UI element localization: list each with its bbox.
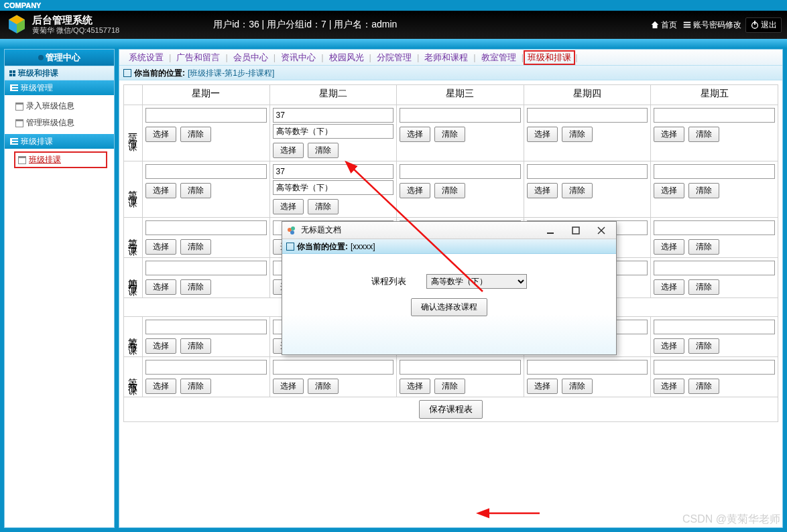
course-id-input[interactable] bbox=[273, 164, 394, 179]
nav-members[interactable]: 会员中心 bbox=[228, 52, 274, 64]
course-id-input[interactable] bbox=[145, 320, 267, 334]
course-id-input[interactable] bbox=[145, 108, 267, 123]
logout-button[interactable]: 退出 bbox=[745, 17, 782, 33]
course-id-input[interactable] bbox=[527, 164, 648, 179]
course-id-input[interactable] bbox=[273, 360, 394, 375]
sidebar-item-manage-class[interactable]: 管理班级信息 bbox=[14, 115, 114, 131]
clear-button[interactable]: 清除 bbox=[688, 183, 719, 198]
schedule-cell: 选择清除 bbox=[143, 105, 270, 161]
clear-button[interactable]: 清除 bbox=[180, 239, 211, 255]
course-id-input[interactable] bbox=[145, 360, 267, 375]
select-button[interactable]: 选择 bbox=[273, 199, 304, 214]
doc-icon bbox=[15, 103, 23, 111]
dialog-titlebar[interactable]: 无标题文档 bbox=[282, 222, 616, 239]
course-id-input[interactable] bbox=[654, 108, 775, 123]
schedule-cell: 选择清除 bbox=[651, 317, 778, 357]
course-id-input[interactable] bbox=[654, 320, 775, 334]
schedule-cell: 选择清除 bbox=[651, 105, 778, 161]
sidebar-group-schedule[interactable]: 班级排课 bbox=[5, 134, 114, 149]
select-button[interactable]: 选择 bbox=[527, 127, 558, 142]
nav-campus[interactable]: 校园风光 bbox=[324, 52, 369, 64]
select-button[interactable]: 选择 bbox=[145, 379, 176, 394]
course-id-input[interactable] bbox=[654, 164, 775, 179]
select-button[interactable]: 选择 bbox=[273, 379, 304, 394]
clear-button[interactable]: 清除 bbox=[308, 379, 339, 394]
course-id-input[interactable] bbox=[145, 261, 267, 275]
course-name-input[interactable] bbox=[273, 180, 394, 195]
clear-button[interactable]: 清除 bbox=[434, 127, 465, 142]
confirm-course-button[interactable]: 确认选择改课程 bbox=[411, 298, 487, 316]
clear-button[interactable]: 清除 bbox=[434, 379, 465, 394]
day-header: 星期四 bbox=[524, 85, 651, 105]
course-id-input[interactable] bbox=[400, 164, 521, 179]
schedule-cell: 选择清除 bbox=[143, 258, 270, 298]
bars-icon bbox=[10, 138, 18, 145]
clear-button[interactable]: 清除 bbox=[308, 143, 339, 158]
select-button[interactable]: 选择 bbox=[145, 127, 176, 142]
course-id-input[interactable] bbox=[654, 360, 775, 375]
clear-button[interactable]: 清除 bbox=[180, 379, 211, 394]
nav-news[interactable]: 资讯中心 bbox=[276, 52, 321, 64]
course-id-input[interactable] bbox=[654, 220, 775, 235]
select-button[interactable]: 选择 bbox=[527, 379, 558, 394]
close-button[interactable] bbox=[591, 223, 612, 238]
schedule-cell: 选择清除 bbox=[651, 161, 778, 218]
course-id-input[interactable] bbox=[527, 108, 648, 123]
clear-button[interactable]: 清除 bbox=[180, 338, 211, 354]
nav-teachers[interactable]: 老师和课程 bbox=[419, 52, 473, 64]
clear-button[interactable]: 清除 bbox=[434, 183, 465, 198]
course-id-input[interactable] bbox=[145, 164, 267, 179]
clear-button[interactable]: 清除 bbox=[688, 127, 719, 142]
clear-button[interactable]: 清除 bbox=[688, 338, 719, 354]
clear-button[interactable]: 清除 bbox=[688, 239, 719, 255]
course-id-input[interactable] bbox=[654, 261, 775, 275]
period-label: 第五节课 bbox=[124, 317, 143, 357]
course-id-input[interactable] bbox=[527, 360, 648, 375]
course-id-input[interactable] bbox=[400, 360, 521, 375]
select-button[interactable]: 选择 bbox=[527, 183, 558, 198]
course-name-input[interactable] bbox=[273, 124, 394, 139]
nav-branch[interactable]: 分院管理 bbox=[371, 52, 417, 64]
select-button[interactable]: 选择 bbox=[654, 338, 684, 354]
select-button[interactable]: 选择 bbox=[400, 379, 430, 394]
clear-button[interactable]: 清除 bbox=[562, 127, 593, 142]
sidebar-group-classes[interactable]: 班级管理 bbox=[5, 80, 114, 95]
nav-system[interactable]: 系统设置 bbox=[123, 52, 169, 64]
select-button[interactable]: 选择 bbox=[145, 183, 176, 198]
select-button[interactable]: 选择 bbox=[654, 127, 684, 142]
sidebar-item-schedule[interactable]: 班级排课 bbox=[14, 151, 107, 168]
clear-button[interactable]: 清除 bbox=[180, 183, 211, 198]
sidebar-item-create-class[interactable]: 录入班级信息 bbox=[14, 98, 114, 115]
home-link[interactable]: 首页 bbox=[649, 19, 678, 31]
clear-button[interactable]: 清除 bbox=[688, 279, 719, 295]
maximize-button[interactable] bbox=[565, 223, 587, 238]
nav-ads[interactable]: 广告和留言 bbox=[171, 52, 225, 64]
select-button[interactable]: 选择 bbox=[400, 183, 430, 198]
select-button[interactable]: 选择 bbox=[400, 127, 430, 142]
nav-rooms[interactable]: 教室管理 bbox=[476, 52, 522, 64]
course-select[interactable]: 高等数学（下） bbox=[426, 274, 527, 289]
select-button[interactable]: 选择 bbox=[273, 143, 304, 158]
password-link[interactable]: 账号密码修改 bbox=[681, 19, 743, 31]
clear-button[interactable]: 清除 bbox=[308, 199, 339, 214]
save-schedule-button[interactable]: 保存课程表 bbox=[419, 400, 483, 419]
clear-button[interactable]: 清除 bbox=[180, 279, 211, 295]
select-button[interactable]: 选择 bbox=[654, 379, 684, 394]
select-button[interactable]: 选择 bbox=[145, 279, 176, 295]
select-button[interactable]: 选择 bbox=[654, 183, 684, 198]
select-button[interactable]: 选择 bbox=[654, 239, 684, 255]
dialog-app-icon bbox=[286, 225, 297, 236]
course-id-input[interactable] bbox=[273, 108, 394, 123]
select-button[interactable]: 选择 bbox=[654, 279, 684, 295]
clear-button[interactable]: 清除 bbox=[562, 183, 593, 198]
minimize-button[interactable] bbox=[540, 223, 561, 238]
app-subtitle: 黄菊华 微信/QQ:45157718 bbox=[32, 26, 119, 35]
clear-button[interactable]: 清除 bbox=[688, 379, 719, 394]
course-id-input[interactable] bbox=[400, 108, 521, 123]
clear-button[interactable]: 清除 bbox=[562, 379, 593, 394]
select-button[interactable]: 选择 bbox=[145, 239, 176, 255]
course-id-input[interactable] bbox=[145, 220, 267, 235]
clear-button[interactable]: 清除 bbox=[180, 127, 211, 142]
select-button[interactable]: 选择 bbox=[145, 338, 176, 354]
nav-schedule[interactable]: 班级和排课 bbox=[524, 50, 575, 65]
